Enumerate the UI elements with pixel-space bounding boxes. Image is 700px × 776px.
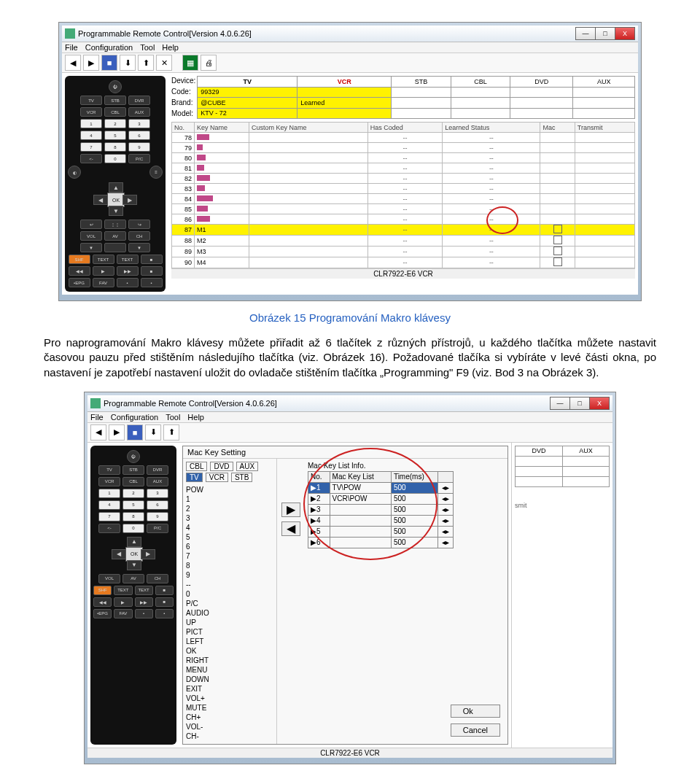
toolbar-2: ◀▶ ■ ⬇⬆ — [88, 423, 612, 443]
label-code: Code: — [171, 87, 195, 97]
table-row[interactable]: 80---- — [172, 153, 635, 163]
table-row[interactable]: 78---- — [172, 133, 635, 143]
table-row[interactable]: 81---- — [172, 163, 635, 174]
annotation-circle-2 — [303, 448, 438, 560]
device-selector: CBL DVD AUX TV VCR STB POW123456789--0P/… — [183, 459, 277, 744]
arrow-left-icon[interactable]: ◀ — [281, 521, 300, 536]
statusbar: CLR7922-E6 VCR — [171, 268, 635, 279]
screenshot-figure-15: Programmable Remote Control[Version 4.0.… — [58, 22, 642, 301]
menu-tool[interactable]: Tool — [140, 43, 155, 52]
tv-selected[interactable]: TV — [186, 473, 203, 482]
arrow-right-icon[interactable]: ▶ — [281, 503, 300, 517]
tool-6[interactable]: ✕ — [156, 55, 172, 71]
device-table: TV VCR STB CBL DVD AUX 99329 @CUBELearne… — [197, 76, 635, 119]
toolbar: ◀ ▶ ■ ⬇ ⬆ ✕ ▦ 🖨 — [62, 53, 638, 73]
tool-4[interactable]: ⬇ — [120, 55, 136, 71]
menubar: File Configuration Tool Help — [62, 42, 638, 53]
maximize-button[interactable]: □ — [569, 397, 590, 410]
dev-tv[interactable]: TV — [198, 77, 298, 88]
figure-caption-15: Obrázek 15 Programování Makro klávesy — [44, 311, 656, 324]
titlebar: Programmable Remote Control[Version 4.0.… — [62, 26, 638, 42]
menu-file[interactable]: File — [65, 43, 78, 52]
dev-dvd[interactable]: DVD — [510, 77, 573, 88]
titlebar-2: Programmable Remote Control[Version 4.0.… — [88, 395, 612, 412]
table-row[interactable]: 90M4---- — [172, 257, 635, 268]
key-table: No. Key Name Custom Key Name Has Coded L… — [171, 122, 635, 268]
table-row[interactable]: 84---- — [172, 194, 635, 204]
paragraph-1: Pro naprogramování Makro klávesy můžete … — [44, 335, 656, 380]
table-row[interactable]: 88M2---- — [172, 236, 635, 247]
menu-help[interactable]: Help — [162, 43, 179, 52]
table-row[interactable]: 89M3---- — [172, 247, 635, 257]
partial-background: DVDAUX smit — [511, 443, 612, 748]
table-row[interactable]: 85---- — [172, 204, 635, 214]
dev-cbl[interactable]: CBL — [451, 77, 510, 88]
tool-1[interactable]: ◀ — [65, 55, 81, 71]
statusbar-2: CLR7922-E6 VCR — [88, 748, 612, 758]
tool-5[interactable]: ⬆ — [138, 55, 154, 71]
screenshot-figure-16: Programmable Remote Control[Version 4.0.… — [84, 392, 616, 764]
app-icon — [65, 28, 75, 39]
dev-vcr[interactable]: VCR — [298, 77, 392, 88]
tool-7[interactable]: ▦ — [182, 55, 198, 71]
remote-image: ⏻ TVSTBDVR VCRCBLAUX 123 456 789 <-0P/C … — [65, 76, 166, 292]
table-row[interactable]: 82---- — [172, 174, 635, 184]
app-icon — [90, 398, 101, 408]
annotation-circle — [486, 206, 518, 234]
minimize-button[interactable]: — — [575, 27, 596, 40]
key-list[interactable]: POW123456789--0P/CAUDIOUPPICTLEFTOKRIGHT… — [186, 485, 273, 741]
close-button[interactable]: X — [589, 397, 610, 410]
tool-2[interactable]: ▶ — [83, 55, 99, 71]
label-model: Model: — [171, 109, 195, 119]
svg-rect-0 — [65, 28, 75, 39]
dev-aux[interactable]: AUX — [573, 77, 635, 88]
tool-print[interactable]: 🖨 — [201, 55, 217, 71]
ok-button[interactable]: Ok — [451, 705, 500, 718]
remote-image: ⏻ TVSTBDVR VCRCBLAUX 123 456 789 <-0P/C … — [90, 446, 176, 745]
table-row[interactable]: 87M1---- — [172, 225, 635, 236]
dev-stb[interactable]: STB — [392, 77, 451, 88]
minimize-button[interactable]: — — [550, 397, 570, 410]
cancel-button[interactable]: Cancel — [451, 723, 500, 737]
table-row[interactable]: 79---- — [172, 143, 635, 153]
window-title: Programmable Remote Control[Version 4.0.… — [78, 29, 252, 38]
label-brand: Brand: — [171, 98, 195, 108]
maximize-button[interactable]: □ — [595, 27, 615, 40]
close-button[interactable]: X — [615, 27, 635, 40]
menu-config[interactable]: Configuration — [85, 43, 133, 52]
menubar-2: File Configuration Tool Help — [88, 412, 612, 423]
svg-rect-1 — [90, 398, 101, 408]
label-device: Device: — [171, 76, 195, 86]
table-row[interactable]: 83---- — [172, 184, 635, 194]
table-row[interactable]: 86---- — [172, 214, 635, 225]
tool-3[interactable]: ■ — [101, 55, 117, 71]
